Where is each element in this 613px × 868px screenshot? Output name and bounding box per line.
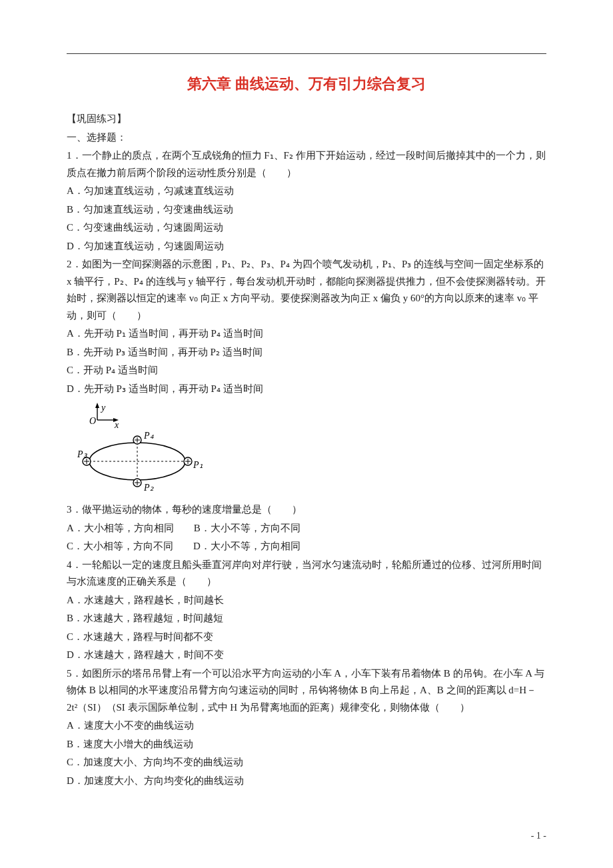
engine-p3-label: P₃ [77, 449, 88, 459]
origin-label: O [89, 416, 96, 426]
q2-opt-b: B．先开动 P₃ 适当时间，再开动 P₂ 适当时间 [67, 344, 546, 361]
q5-opt-d: D．加速度大小、方向均变化的曲线运动 [67, 773, 546, 790]
svg-marker-1 [95, 403, 99, 408]
q4-opt-a: A．水速越大，路程越长，时间越长 [67, 592, 546, 609]
axis-x-label: x [114, 420, 119, 430]
engine-p1-label: P₁ [193, 460, 203, 470]
q1-opt-c: C．匀变速曲线运动，匀速圆周运动 [67, 219, 546, 237]
q5-opt-c: C．加速度大小、方向均不变的曲线运动 [67, 754, 546, 771]
q1-opt-a: A．匀加速直线运动，匀减速直线运动 [67, 183, 546, 200]
q5-stem: 5．如图所示的塔吊吊臂上有一个可以沿水平方向运动的小车 A，小车下装有吊着物体 … [67, 665, 546, 717]
q4-opt-c: C．水速越大，路程与时间都不变 [67, 629, 546, 646]
q2-opt-c: C．开动 P₄ 适当时间 [67, 362, 546, 379]
q1-stem: 1．一个静止的质点，在两个互成锐角的恒力 F₁、F₂ 作用下开始运动，经过一段时… [67, 147, 546, 181]
q4-opt-b: B．水速越大，路程越短，时间越短 [67, 610, 546, 627]
q5-opt-a: A．速度大小不变的曲线运动 [67, 717, 546, 735]
q4-opt-d: D．水速越大，路程越大，时间不变 [67, 647, 546, 664]
probe-diagram: y x O P₄ P₂ P₃ [77, 401, 546, 497]
q1-opt-d: D．匀加速直线运动，匀速圆周运动 [67, 238, 546, 255]
top-rule [67, 53, 546, 54]
q2-stem: 2．如图为一空间探测器的示意图，P₁、P₂、P₃、P₄ 为四个喷气发动机，P₁、… [67, 256, 546, 324]
q3-opt-ab: A．大小相等，方向相同 B．大小不等，方向不同 [67, 520, 546, 537]
q2-opt-d: D．先开动 P₃ 适当时间，再开动 P₄ 适当时间 [67, 381, 546, 398]
q5-opt-b: B．速度大小增大的曲线运动 [67, 736, 546, 753]
page-number: - 1 - [531, 831, 546, 841]
q3-opt-cd: C．大小相等，方向不同 D．大小不等，方向相同 [67, 538, 546, 555]
section-choice: 一、选择题： [67, 129, 546, 147]
engine-p4-label: P₄ [143, 431, 154, 441]
engine-p2-label: P₂ [143, 483, 154, 493]
q1-opt-b: B．匀加速直线运动，匀变速曲线运动 [67, 201, 546, 219]
q3-stem: 3．做平抛运动的物体，每秒的速度增量总是（ ） [67, 501, 546, 519]
q4-stem: 4．一轮船以一定的速度且船头垂直河岸向对岸行驶，当河水匀速流动时，轮船所通过的位… [67, 557, 546, 591]
axis-y-label: y [100, 403, 106, 413]
page-title: 第六章 曲线运动、万有引力综合复习 [67, 74, 546, 94]
q2-opt-a: A．先开动 P₁ 适当时间，再开动 P₄ 适当时间 [67, 325, 546, 343]
section-practice: 【巩固练习】 [67, 111, 546, 128]
